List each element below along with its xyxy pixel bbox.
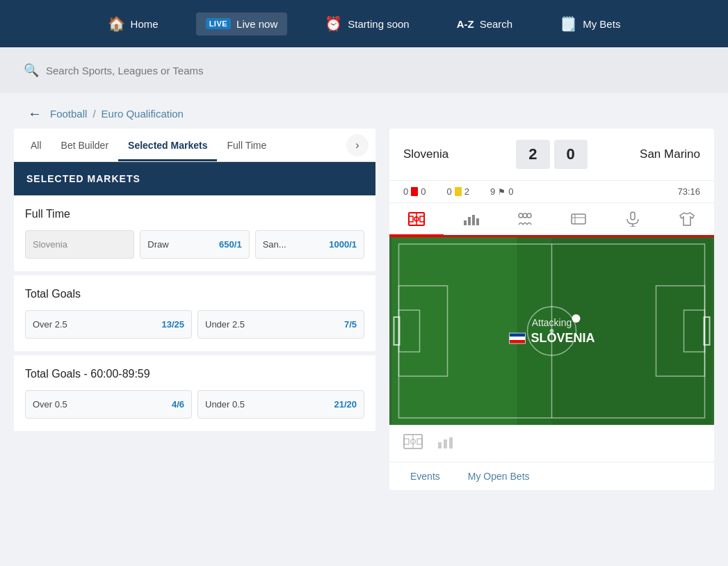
nav-search[interactable]: A-Z Search (447, 13, 523, 35)
odds-btn-over-2-5[interactable]: Over 2.5 13/25 (25, 310, 192, 339)
live-badge: LIVE (206, 18, 231, 29)
market-total-goals-title: Total Goals (25, 288, 364, 300)
svg-rect-34 (417, 439, 422, 444)
svg-rect-8 (476, 218, 479, 225)
stats-mini-icon (437, 434, 456, 449)
back-button[interactable]: ← (28, 106, 42, 122)
nav-starting-soon-label: Starting soon (348, 18, 409, 30)
market-total-goals-60-89-title: Total Goals - 60:00-89:59 (25, 368, 364, 380)
svg-rect-37 (438, 442, 442, 448)
home-icon: 🏠 (108, 15, 125, 32)
svg-point-9 (519, 213, 523, 218)
slovenia-flag-icon (508, 332, 525, 343)
score-box: 2 0 (516, 140, 588, 169)
events-icon (569, 212, 588, 226)
attacking-label: Attacking SLOVENIA (508, 317, 594, 346)
market-full-time-title: Full Time (25, 208, 364, 220)
left-panel: All Bet Builder Selected Markets Full Ti… (14, 129, 375, 490)
red-card-icon (411, 187, 418, 196)
market-full-time: Full Time Slovenia Draw 650/1 San... 100… (14, 195, 375, 271)
search-input[interactable] (46, 65, 704, 76)
breadcrumb-sport[interactable]: Football (50, 108, 87, 120)
bottom-field-icon[interactable] (403, 434, 423, 453)
market-total-goals: Total Goals Over 2.5 13/25 Under 2.5 7/5 (14, 275, 375, 351)
odds-btn-over-0-5[interactable]: Over 0.5 4/6 (25, 390, 192, 419)
tab-full-time[interactable]: Full Time (217, 129, 276, 161)
odds-btn-san-marino[interactable]: San... 1000/1 (255, 230, 364, 259)
odds-btn-draw[interactable]: Draw 650/1 (140, 230, 249, 259)
nav-live[interactable]: LIVE Live now (196, 13, 288, 35)
bottom-stats-icon[interactable] (437, 434, 456, 453)
az-icon: A-Z (457, 18, 474, 30)
svg-rect-15 (631, 212, 635, 220)
odds-btn-under-0-5[interactable]: Under 0.5 21/20 (197, 390, 364, 419)
svg-rect-38 (444, 439, 447, 448)
match-tab-lineups[interactable] (498, 204, 552, 236)
nav-my-bets-label: My Bets (583, 18, 620, 30)
odds-label-san-marino: San... (263, 239, 286, 250)
home-team-name: Slovenia (403, 147, 516, 161)
odds-value-draw: 650/1 (219, 239, 242, 250)
svg-rect-7 (472, 215, 475, 225)
full-time-odds-row: Slovenia Draw 650/1 San... 1000/1 (25, 230, 364, 259)
nav-home-label: Home (131, 18, 159, 30)
odds-label-draw: Draw (147, 239, 168, 250)
home-corners: 9 ⚑ 0 (490, 186, 513, 197)
attacking-team: SLOVENIA (508, 331, 594, 346)
odds-label-under-0-5: Under 0.5 (205, 399, 245, 410)
odds-btn-under-2-5[interactable]: Under 2.5 7/5 (197, 310, 364, 339)
svg-rect-6 (468, 217, 471, 225)
tabs-next-button[interactable]: › (346, 134, 369, 156)
match-icon-tabs (389, 203, 714, 237)
search-bar-container: 🔍 (0, 47, 728, 93)
tab-bet-builder[interactable]: Bet Builder (51, 129, 118, 161)
search-icon: 🔍 (24, 63, 39, 78)
tab-all[interactable]: All (21, 129, 51, 161)
field-visualization: Attacking SLOVENIA (389, 237, 714, 425)
home-yellow-cards: 0 2 (446, 186, 469, 197)
home-score: 2 (516, 140, 549, 169)
stats-bars-icon (462, 212, 479, 226)
markets-tabs: All Bet Builder Selected Markets Full Ti… (14, 129, 375, 162)
total-goals-odds-row: Over 2.5 13/25 Under 2.5 7/5 (25, 310, 364, 339)
betslip-icon: 🗒️ (560, 15, 577, 32)
yellow-card-icon (455, 187, 462, 196)
total-goals-60-89-odds-row: Over 0.5 4/6 Under 0.5 21/20 (25, 390, 364, 419)
score-header: Slovenia 2 0 San Marino (389, 129, 714, 181)
breadcrumb-separator: / (92, 108, 95, 120)
search-input-wrapper[interactable]: 🔍 (14, 57, 714, 83)
nav-starting-soon[interactable]: ⏰ Starting soon (315, 10, 419, 38)
odds-value-over-0-5: 4/6 (172, 399, 184, 410)
home-red-cards: 0 0 (403, 186, 426, 197)
selected-markets-header: SELECTED MARKETS (14, 162, 375, 195)
odds-value-under-0-5: 21/20 (334, 399, 357, 410)
match-time: 73:16 (677, 186, 700, 197)
odds-btn-slovenia[interactable]: Slovenia (25, 230, 134, 259)
match-stats-row: 0 0 0 2 9 ⚑ 0 73:16 (389, 181, 714, 203)
match-tab-events[interactable] (551, 204, 606, 236)
svg-rect-33 (404, 439, 409, 444)
odds-value-over-2-5: 13/25 (161, 319, 184, 330)
field-icon (408, 212, 425, 226)
my-open-bets-link[interactable]: My Open Bets (468, 471, 530, 482)
odds-label-over-0-5: Over 0.5 (33, 399, 67, 410)
match-tab-stats[interactable] (444, 204, 498, 236)
match-tab-kit[interactable] (660, 203, 714, 237)
match-tab-commentary[interactable] (606, 203, 660, 237)
svg-point-10 (527, 213, 531, 218)
nav-search-label: Search (480, 18, 513, 30)
svg-rect-12 (572, 214, 585, 224)
match-tab-field[interactable] (389, 204, 444, 236)
microphone-icon (624, 211, 641, 227)
svg-point-11 (523, 213, 527, 218)
breadcrumb-competition[interactable]: Euro Qualification (102, 108, 184, 120)
nav-home[interactable]: 🏠 Home (98, 10, 168, 38)
top-navigation: 🏠 Home LIVE Live now ⏰ Starting soon A-Z… (0, 0, 728, 47)
bottom-bar: Events My Open Bets (389, 462, 714, 490)
nav-my-bets[interactable]: 🗒️ My Bets (550, 10, 630, 38)
tab-selected-markets[interactable]: Selected Markets (118, 129, 217, 161)
events-link[interactable]: Events (410, 471, 440, 482)
odds-value-under-2-5: 7/5 (344, 319, 357, 330)
away-team-name: San Marino (588, 147, 700, 161)
clock-icon: ⏰ (325, 15, 342, 32)
